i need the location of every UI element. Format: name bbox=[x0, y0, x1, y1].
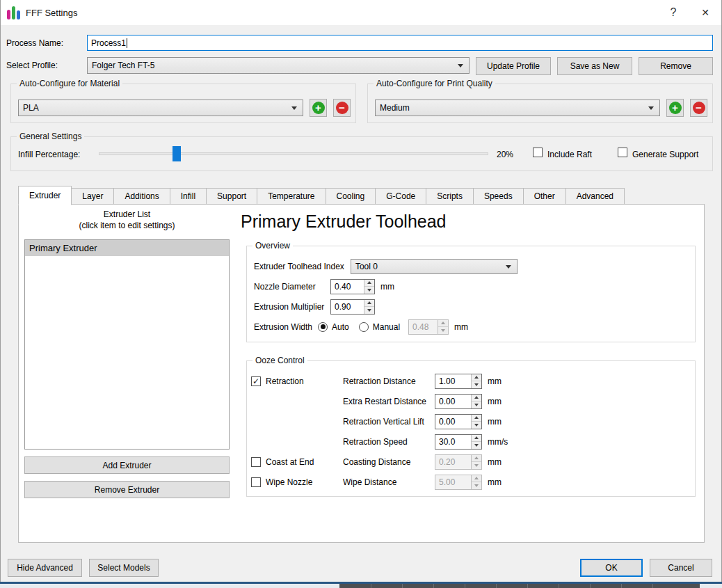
remove-material-button[interactable]: − bbox=[333, 99, 351, 117]
general-settings-groupbox: General Settings Infill Percentage: 20% … bbox=[10, 136, 713, 171]
wipe-nozzle-checkbox[interactable] bbox=[251, 477, 261, 487]
extrusion-width-value: 0.48 bbox=[409, 320, 438, 334]
profile-combobox[interactable]: Folger Tech FT-5 bbox=[87, 57, 470, 74]
coasting-distance-unit: mm bbox=[488, 457, 502, 467]
spin-down-icon[interactable] bbox=[364, 286, 374, 294]
spin-up-icon[interactable] bbox=[472, 374, 481, 381]
tab-layer[interactable]: Layer bbox=[71, 188, 114, 205]
save-as-new-button[interactable]: Save as New bbox=[557, 57, 632, 75]
add-quality-button[interactable]: + bbox=[666, 99, 684, 117]
retraction-distance-unit: mm bbox=[488, 376, 502, 386]
retraction-vertical-lift-spinbox[interactable]: 0.00 bbox=[435, 414, 482, 429]
cancel-button[interactable]: Cancel bbox=[650, 559, 712, 577]
remove-profile-button[interactable]: Remove bbox=[639, 57, 713, 75]
chevron-down-icon bbox=[458, 64, 463, 67]
spin-up-icon[interactable] bbox=[364, 300, 374, 307]
remove-extruder-button[interactable]: Remove Extruder bbox=[24, 481, 230, 498]
add-extruder-button[interactable]: Add Extruder bbox=[24, 456, 230, 474]
extrusion-multiplier-spinbox[interactable]: 0.90 bbox=[330, 299, 375, 315]
extrusion-width-manual-radio[interactable] bbox=[359, 322, 369, 332]
nozzle-diameter-spinbox[interactable]: 0.40 bbox=[330, 279, 375, 294]
spin-down-icon[interactable] bbox=[472, 421, 481, 429]
hide-advanced-button[interactable]: Hide Advanced bbox=[8, 559, 82, 577]
retraction-distance-spinbox[interactable]: 1.00 bbox=[435, 374, 482, 389]
extra-restart-distance-unit: mm bbox=[488, 397, 502, 406]
coast-at-end-checkbox[interactable] bbox=[251, 457, 261, 467]
spin-up-icon[interactable] bbox=[472, 435, 481, 442]
retraction-speed-label: Retraction Speed bbox=[343, 437, 429, 447]
select-profile-label: Select Profile: bbox=[6, 61, 58, 70]
add-material-button[interactable]: + bbox=[310, 99, 327, 117]
select-models-button[interactable]: Select Models bbox=[89, 559, 159, 577]
generate-support-label: Generate Support bbox=[632, 150, 698, 159]
infill-slider-handle[interactable] bbox=[173, 146, 181, 161]
tab-additions[interactable]: Additions bbox=[113, 188, 170, 205]
tab-speeds[interactable]: Speeds bbox=[473, 188, 524, 205]
spin-down-icon[interactable] bbox=[472, 441, 481, 449]
remove-quality-button[interactable]: − bbox=[690, 99, 707, 117]
spin-up-icon bbox=[438, 320, 448, 327]
retraction-speed-spinbox[interactable]: 30.0 bbox=[435, 434, 482, 450]
extruder-list-subtitle: (click item to edit settings) bbox=[24, 220, 230, 231]
infill-slider[interactable] bbox=[99, 146, 488, 161]
tab-scripts[interactable]: Scripts bbox=[426, 188, 474, 205]
tab-other[interactable]: Other bbox=[523, 188, 566, 205]
infill-percentage-label: Infill Percentage: bbox=[18, 150, 80, 159]
retraction-checkbox[interactable]: ✓ bbox=[251, 376, 261, 386]
extra-restart-distance-spinbox[interactable]: 0.00 bbox=[435, 394, 482, 409]
close-icon[interactable]: ✕ bbox=[689, 0, 721, 25]
retraction-vertical-lift-value: 0.00 bbox=[435, 415, 471, 429]
toolhead-index-combobox[interactable]: Tool 0 bbox=[351, 259, 518, 274]
tab-cooling[interactable]: Cooling bbox=[326, 188, 376, 205]
ooze-control-groupbox: Ooze Control ✓ Retraction Retraction Dis… bbox=[246, 360, 696, 497]
extrusion-width-auto-radio[interactable] bbox=[318, 322, 328, 332]
quality-combobox-value: Medium bbox=[380, 103, 410, 113]
text-caret bbox=[127, 38, 127, 48]
process-name-input[interactable]: Process1 bbox=[87, 35, 713, 51]
tab-gcode[interactable]: G-Code bbox=[375, 188, 426, 205]
tab-support[interactable]: Support bbox=[206, 188, 257, 205]
list-item-primary-extruder[interactable]: Primary Extruder bbox=[25, 240, 229, 256]
tab-advanced[interactable]: Advanced bbox=[565, 188, 625, 205]
ooze-control-group-title: Ooze Control bbox=[252, 356, 307, 365]
wipe-distance-unit: mm bbox=[488, 477, 502, 487]
chevron-down-icon bbox=[291, 106, 297, 110]
quality-combobox[interactable]: Medium bbox=[375, 100, 660, 116]
extrusion-width-unit: mm bbox=[454, 322, 468, 332]
spin-down-icon[interactable] bbox=[364, 306, 374, 314]
material-combobox-value: PLA bbox=[23, 103, 39, 113]
help-icon[interactable]: ? bbox=[657, 0, 689, 25]
material-combobox[interactable]: PLA bbox=[18, 100, 303, 116]
retraction-label: Retraction bbox=[266, 376, 304, 386]
spin-up-icon[interactable] bbox=[472, 395, 481, 402]
spin-up-icon[interactable] bbox=[364, 280, 374, 287]
tab-infill[interactable]: Infill bbox=[170, 188, 207, 205]
nozzle-diameter-label: Nozzle Diameter bbox=[254, 282, 330, 292]
include-raft-checkbox[interactable] bbox=[533, 148, 543, 157]
wipe-nozzle-label: Wipe Nozzle bbox=[266, 477, 312, 487]
spin-up-icon[interactable] bbox=[472, 415, 481, 422]
coasting-distance-spinbox: 0.20 bbox=[435, 454, 482, 470]
spin-down-icon[interactable] bbox=[472, 381, 481, 388]
check-icon: ✓ bbox=[252, 376, 259, 386]
quality-groupbox: Auto-Configure for Print Quality Medium … bbox=[367, 84, 713, 123]
spin-down-icon bbox=[472, 482, 481, 489]
retraction-distance-value: 1.00 bbox=[435, 374, 471, 388]
profile-combobox-value: Folger Tech FT-5 bbox=[92, 61, 154, 70]
spin-down-icon[interactable] bbox=[472, 401, 481, 408]
retraction-distance-label: Retraction Distance bbox=[343, 376, 429, 386]
tab-extruder[interactable]: Extruder bbox=[18, 186, 72, 205]
update-profile-button[interactable]: Update Profile bbox=[476, 57, 551, 75]
extrusion-width-label: Extrusion Width bbox=[254, 322, 312, 332]
tab-temperature[interactable]: Temperature bbox=[257, 188, 326, 205]
retraction-vertical-lift-unit: mm bbox=[488, 417, 502, 427]
title-bar: FFF Settings ? ✕ bbox=[1, 0, 721, 25]
extruder-listbox[interactable]: Primary Extruder bbox=[24, 239, 230, 450]
extra-restart-distance-label: Extra Restart Distance bbox=[343, 397, 429, 406]
chevron-down-icon bbox=[506, 265, 511, 269]
wipe-distance-spinbox: 5.00 bbox=[435, 475, 482, 490]
toolhead-index-value: Tool 0 bbox=[355, 262, 378, 271]
generate-support-checkbox[interactable] bbox=[618, 148, 627, 157]
extrusion-multiplier-label: Extrusion Multiplier bbox=[254, 302, 330, 312]
ok-button[interactable]: OK bbox=[580, 559, 643, 577]
